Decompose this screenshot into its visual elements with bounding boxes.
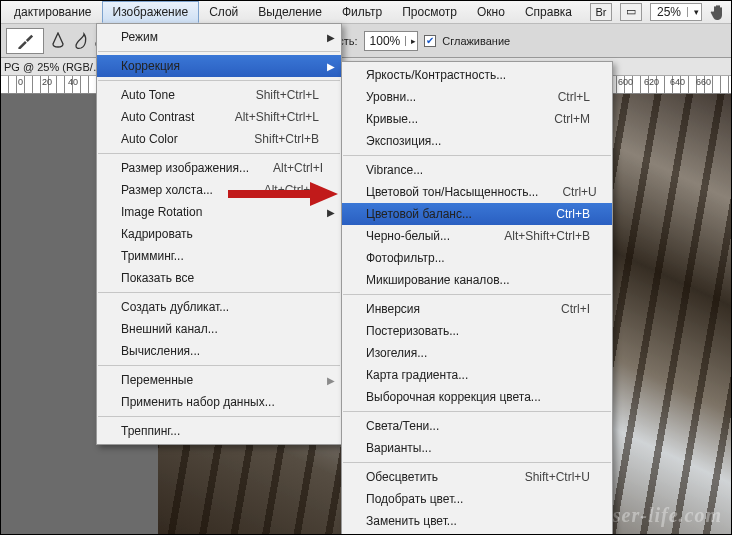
menu-item[interactable]: Уровни...Ctrl+L <box>342 86 612 108</box>
menu-item[interactable]: Микширование каналов... <box>342 269 612 291</box>
menu-item[interactable]: Выборочная коррекция цвета... <box>342 386 612 408</box>
menu-item-label: Обесцветить <box>366 470 501 484</box>
menu-item-shortcut: Ctrl+B <box>556 207 590 221</box>
menu-item[interactable]: ИнверсияCtrl+I <box>342 298 612 320</box>
menu-item-label: Вычисления... <box>121 344 319 358</box>
menu-item[interactable]: Экспозиция... <box>342 130 612 152</box>
menu-item: Применить набор данных... <box>97 391 341 413</box>
menu-item[interactable]: Треппинг... <box>97 420 341 442</box>
menu-item-label: Внешний канал... <box>121 322 319 336</box>
menu-item-label: Микширование каналов... <box>366 273 590 287</box>
sharpen-tool-icon[interactable] <box>50 32 66 50</box>
menu-item[interactable]: Auto ColorShift+Ctrl+B <box>97 128 341 150</box>
menu-item-label: Auto Tone <box>121 88 232 102</box>
menu-item[interactable]: ОбесцветитьShift+Ctrl+U <box>342 466 612 488</box>
menu-item-shortcut: Alt+Shift+Ctrl+B <box>504 229 590 243</box>
menu-item-shortcut: Ctrl+L <box>558 90 590 104</box>
menu-item-label: Варианты... <box>366 441 590 455</box>
menu-item[interactable]: Тримминг... <box>97 245 341 267</box>
menu-item-shortcut: Ctrl+M <box>554 112 590 126</box>
menu-edit[interactable]: дактирование <box>4 1 102 23</box>
menu-item-label: Выборочная коррекция цвета... <box>366 390 590 404</box>
menu-item[interactable]: Цветовой тон/Насыщенность...Ctrl+U <box>342 181 612 203</box>
menu-item[interactable]: Фотофильтр... <box>342 247 612 269</box>
menu-item[interactable]: Показать все <box>97 267 341 289</box>
menu-item[interactable]: Черно-белый...Alt+Shift+Ctrl+B <box>342 225 612 247</box>
menu-item: Переменные▶ <box>97 369 341 391</box>
menu-item-label: Кривые... <box>366 112 530 126</box>
menu-item-label: Размер холста... <box>121 183 240 197</box>
hand-icon[interactable] <box>710 3 726 21</box>
menu-item-shortcut: Ctrl+U <box>562 185 596 199</box>
menu-item-label: Auto Color <box>121 132 230 146</box>
ruler-mark: 40 <box>68 77 78 87</box>
menu-item[interactable]: Размер изображения...Alt+Ctrl+I <box>97 157 341 179</box>
menu-filter[interactable]: Фильтр <box>332 1 392 23</box>
smooth-checkbox[interactable]: ✔ <box>424 35 436 47</box>
correction-submenu: Яркость/Контрастность...Уровни...Ctrl+LК… <box>341 61 613 535</box>
menu-item[interactable]: Заменить цвет... <box>342 510 612 532</box>
menu-item-label: Яркость/Контрастность... <box>366 68 590 82</box>
menu-item-label: Света/Тени... <box>366 419 590 433</box>
menu-item[interactable]: Auto ToneShift+Ctrl+L <box>97 84 341 106</box>
menu-item[interactable]: Режим▶ <box>97 26 341 48</box>
menu-item-shortcut: Shift+Ctrl+L <box>256 88 319 102</box>
menu-item-label: Экспозиция... <box>366 134 590 148</box>
menu-item[interactable]: Цветовой баланс...Ctrl+B <box>342 203 612 225</box>
arrange-icon[interactable]: ▭ <box>620 3 642 21</box>
menu-item-label: Image Rotation <box>121 205 319 219</box>
zoom-select[interactable]: 25% ▾ <box>650 3 702 21</box>
menu-view[interactable]: Просмотр <box>392 1 467 23</box>
menubar: дактирование Изображение Слой Выделение … <box>0 0 732 24</box>
menu-item[interactable]: Подобрать цвет... <box>342 488 612 510</box>
menu-item[interactable]: Кадрировать <box>97 223 341 245</box>
submenu-arrow-icon: ▶ <box>327 375 335 386</box>
menu-image[interactable]: Изображение <box>102 1 200 23</box>
spinner-icon: ▸ <box>405 36 417 46</box>
opacity-input[interactable]: 100% ▸ <box>364 31 419 51</box>
menu-item[interactable]: Вычисления... <box>97 340 341 362</box>
menu-item[interactable]: Варианты... <box>342 437 612 459</box>
bridge-icon[interactable]: Br <box>590 3 612 21</box>
menu-item[interactable]: Размер холста...Alt+Ctrl+C <box>97 179 341 201</box>
menu-item-label: Показать все <box>121 271 319 285</box>
menu-item-label: Vibrance... <box>366 163 590 177</box>
menu-item[interactable]: Коррекция▶ <box>97 55 341 77</box>
menu-item[interactable]: Vibrance... <box>342 159 612 181</box>
menu-item-label: Изогелия... <box>366 346 590 360</box>
image-menu-dropdown: Режим▶Коррекция▶Auto ToneShift+Ctrl+LAut… <box>96 23 342 445</box>
menu-item[interactable]: Постеризовать... <box>342 320 612 342</box>
menu-item[interactable]: Внешний канал... <box>97 318 341 340</box>
menu-item[interactable]: Изогелия... <box>342 342 612 364</box>
menu-item[interactable]: Image Rotation▶ <box>97 201 341 223</box>
menu-item-label: Фотофильтр... <box>366 251 590 265</box>
menu-item-shortcut: Alt+Ctrl+C <box>264 183 319 197</box>
menu-window[interactable]: Окно <box>467 1 515 23</box>
smooth-label: Сглаживание <box>442 35 510 47</box>
menu-item-shortcut: Shift+Ctrl+U <box>525 470 590 484</box>
menu-item[interactable]: Яркость/Контрастность... <box>342 64 612 86</box>
ruler-mark: 600 <box>618 77 633 87</box>
menu-item[interactable]: Кривые...Ctrl+M <box>342 108 612 130</box>
tool-preset[interactable] <box>6 28 44 54</box>
menu-item-label: Тримминг... <box>121 249 319 263</box>
zoom-value: 25% <box>651 5 687 19</box>
menu-item[interactable]: Света/Тени... <box>342 415 612 437</box>
ruler-mark: 660 <box>696 77 711 87</box>
menu-item-shortcut: Alt+Shift+Ctrl+L <box>235 110 319 124</box>
menu-item[interactable]: Карта градиента... <box>342 364 612 386</box>
menu-select[interactable]: Выделение <box>248 1 332 23</box>
menu-item[interactable]: Создать дубликат... <box>97 296 341 318</box>
menu-item-label: Постеризовать... <box>366 324 590 338</box>
menu-item[interactable]: Auto ContrastAlt+Shift+Ctrl+L <box>97 106 341 128</box>
submenu-arrow-icon: ▶ <box>327 32 335 43</box>
opacity-value: 100% <box>365 34 406 48</box>
smudge-tool-icon[interactable] <box>72 32 88 50</box>
menu-layer[interactable]: Слой <box>199 1 248 23</box>
menu-help[interactable]: Справка <box>515 1 582 23</box>
menu-item-shortcut: Ctrl+I <box>561 302 590 316</box>
menu-item-label: Подобрать цвет... <box>366 492 590 506</box>
menu-item-label: Уровни... <box>366 90 534 104</box>
menu-item-label: Черно-белый... <box>366 229 480 243</box>
menu-item-label: Коррекция <box>121 59 319 73</box>
